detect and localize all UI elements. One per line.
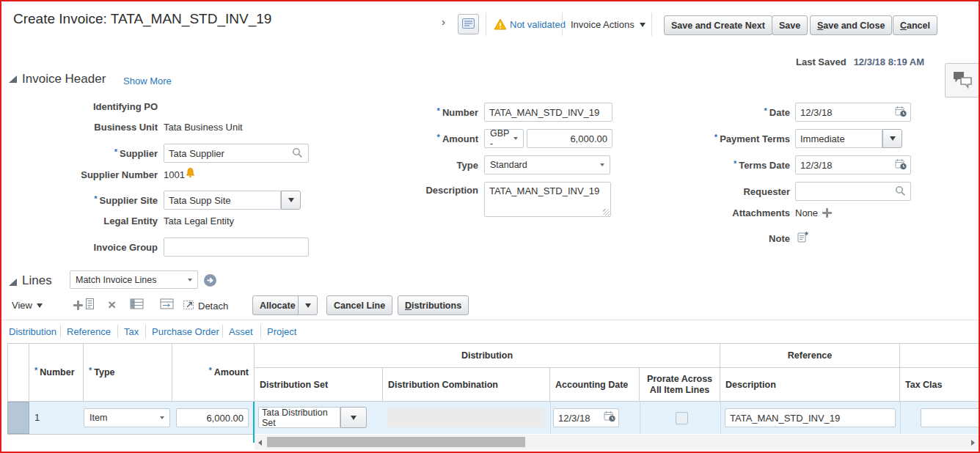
search-icon[interactable] [895, 185, 906, 199]
calendar-icon[interactable] [895, 106, 907, 121]
number-label: *Number [361, 107, 478, 118]
invoice-actions-label: Invoice Actions [571, 19, 635, 30]
row-tax-class-input[interactable] [921, 408, 980, 427]
row-cell-separator [900, 402, 901, 434]
create-note-icon[interactable] [797, 231, 809, 246]
col-header-number[interactable]: *Number [29, 343, 84, 402]
col-header-distribution-combination[interactable]: Distribution Combination [383, 368, 550, 402]
topbar-separator [486, 12, 486, 36]
col-header-description[interactable]: Description [720, 368, 900, 402]
col-header-tax-class[interactable]: Tax Clas [900, 368, 980, 402]
allocate-dropdown-button[interactable] [298, 295, 318, 315]
collaboration-button[interactable] [945, 63, 979, 97]
save-button[interactable]: Save [772, 15, 808, 35]
caret-down-icon [188, 279, 192, 281]
freeze-icon[interactable] [130, 298, 144, 312]
attachments-label: Attachments [665, 207, 790, 218]
supplier-site-input[interactable]: Tata Supp Site [164, 191, 281, 210]
detach-label[interactable]: Detach [198, 301, 228, 312]
col-header-accounting-date[interactable]: Accounting Date [550, 368, 640, 402]
row-cell-separator [720, 402, 721, 434]
validation-status-link[interactable]: Not validated [510, 19, 566, 30]
collapse-triangle-icon[interactable] [9, 279, 17, 286]
row-description-input[interactable] [725, 408, 896, 427]
amount-label: *Amount [361, 133, 478, 144]
description-textarea[interactable]: TATA_MAN_STD_INV_19 [484, 182, 611, 217]
calendar-icon[interactable] [895, 158, 907, 174]
supplier-site-dropdown-button[interactable] [281, 191, 301, 210]
last-saved-label: Last Saved [796, 56, 846, 67]
invoice-number-input[interactable] [484, 103, 612, 122]
currency-select: GBP - [484, 129, 524, 148]
tab-purchase-order[interactable]: Purchase Order [152, 326, 219, 337]
caret-down-icon [640, 23, 646, 27]
type-label: Type [361, 160, 478, 171]
match-lines-select[interactable]: Match Invoice Lines [70, 270, 198, 289]
view-menu[interactable]: View [12, 300, 43, 311]
col-header-prorate[interactable]: Prorate Across All Item Lines [640, 368, 720, 402]
collapse-triangle-icon[interactable] [9, 76, 17, 83]
delete-row-icon[interactable]: × [108, 298, 116, 312]
scrollbar-thumb[interactable] [267, 437, 525, 447]
terms-date-input[interactable] [795, 155, 911, 174]
divider [7, 434, 255, 435]
col-header-distribution-set[interactable]: Distribution Set [255, 368, 383, 402]
go-button[interactable] [203, 273, 217, 290]
calendar-icon[interactable] [604, 410, 616, 426]
search-icon[interactable] [292, 147, 303, 161]
save-and-close-button[interactable]: Save and Close [810, 15, 892, 35]
tab-reference[interactable]: Reference [67, 326, 111, 337]
invoice-actions-menu[interactable]: Invoice Actions [571, 19, 646, 30]
wrap-icon[interactable] [160, 298, 174, 312]
tab-asset[interactable]: Asset [229, 326, 253, 337]
invoice-date-input[interactable] [795, 103, 911, 122]
scroll-right-icon[interactable] [971, 440, 975, 446]
cancel-line-button[interactable]: Cancel Line [326, 295, 392, 315]
caret-down-icon [600, 163, 604, 166]
invoice-group-input[interactable] [164, 237, 309, 257]
date-label: *Date [665, 107, 790, 118]
tab-separator [260, 325, 261, 338]
payment-terms-input[interactable]: Immediate [795, 129, 882, 148]
duplicate-row-icon[interactable] [84, 298, 95, 313]
row-type-select[interactable]: Item [84, 408, 170, 427]
col-header-type[interactable]: *Type [84, 343, 172, 402]
description-label: Description [361, 185, 478, 196]
payment-terms-dropdown-button[interactable] [882, 129, 902, 148]
topbar-separator [562, 12, 563, 36]
row-distribution-set-input[interactable]: Tata Distribution Set [258, 407, 340, 428]
cancel-button[interactable]: Cancel [893, 15, 937, 35]
col-header-amount[interactable]: *Amount [172, 343, 255, 402]
tab-project[interactable]: Project [267, 326, 296, 337]
resize-handle[interactable] [603, 209, 610, 216]
distributions-button[interactable]: Distributions [398, 295, 469, 315]
identifying-po-label: Identifying PO [40, 101, 158, 112]
row-amount-input[interactable] [176, 408, 249, 427]
show-more-link[interactable]: Show More [123, 76, 172, 86]
last-saved-value: 12/3/18 8:19 AM [854, 56, 924, 67]
supplier-input[interactable] [164, 144, 309, 163]
tab-distribution[interactable]: Distribution [9, 326, 56, 337]
chevron-right-icon[interactable]: › [442, 15, 445, 28]
caret-down-icon [351, 416, 356, 420]
row-distribution-combination-field [387, 408, 545, 427]
page-composer-icon-button[interactable] [458, 14, 479, 34]
invoice-amount-input[interactable] [527, 129, 612, 148]
detach-icon[interactable] [183, 298, 195, 313]
tab-tax[interactable]: Tax [124, 326, 139, 337]
add-attachment-icon[interactable] [822, 208, 832, 218]
business-unit-label: Business Unit [40, 122, 158, 133]
scroll-left-icon[interactable] [258, 440, 262, 446]
legal-entity-value: Tata Legal Entity [164, 216, 234, 226]
lines-section-title: Lines [22, 273, 52, 288]
prorate-checkbox[interactable] [676, 412, 688, 424]
save-and-create-next-button[interactable]: Save and Create Next [664, 15, 772, 35]
row-distribution-set-dropdown-button[interactable] [340, 407, 367, 428]
requester-input[interactable] [795, 182, 911, 201]
row-selector-cell[interactable] [7, 402, 29, 434]
allocate-button[interactable]: Allocate [252, 295, 303, 315]
horizontal-scrollbar[interactable] [255, 435, 980, 450]
add-row-icon[interactable] [73, 301, 83, 310]
terms-date-label: *Terms Date [665, 160, 790, 171]
bell-icon[interactable] [185, 167, 196, 182]
